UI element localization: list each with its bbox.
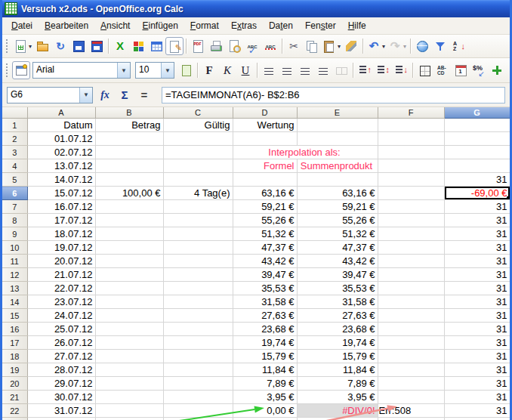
menu-daten[interactable]: Daten	[263, 18, 299, 33]
cell-D6[interactable]: 63,16 €	[233, 187, 297, 200]
column-header-C[interactable]: C	[163, 107, 233, 119]
row-header-1[interactable]: 1	[2, 119, 27, 132]
cell-B15[interactable]	[95, 309, 163, 323]
cell-B9[interactable]	[95, 227, 163, 241]
print-button[interactable]	[207, 37, 225, 55]
cell-A5[interactable]: 14.07.12	[27, 173, 95, 187]
cell-B22[interactable]	[95, 404, 163, 418]
menu-datei[interactable]: Datei	[5, 18, 39, 33]
cell-G4[interactable]	[444, 159, 510, 173]
cell-E16[interactable]: 23,68 €	[297, 323, 378, 336]
row-header-14[interactable]: 14	[2, 295, 27, 309]
cell-F4[interactable]	[378, 159, 444, 173]
menu-format[interactable]: Format	[184, 18, 225, 33]
cell-B23[interactable]	[95, 418, 163, 420]
cell-B8[interactable]	[95, 214, 163, 227]
cell-G8[interactable]: 31	[444, 214, 510, 227]
cell-B5[interactable]	[95, 173, 163, 187]
cell-F7[interactable]	[378, 200, 444, 214]
cell-D22[interactable]: 0,00 €	[233, 404, 297, 418]
cell-D7[interactable]: 59,21 €	[233, 200, 297, 214]
cell-A1[interactable]: Datum	[27, 119, 95, 132]
name-box[interactable]: G6 ▼	[7, 87, 93, 103]
cell-G16[interactable]: 31	[444, 323, 510, 336]
cell-B4[interactable]	[95, 159, 163, 173]
borders-button[interactable]	[415, 61, 433, 79]
cell-E1[interactable]	[297, 119, 378, 132]
cell-D4[interactable]: Formel	[233, 159, 297, 173]
cell-E4[interactable]: Summenprodukt	[297, 159, 378, 173]
cell-E17[interactable]: 19,74 €	[297, 336, 378, 350]
cell-D17[interactable]: 19,74 €	[233, 336, 297, 350]
cell-F13[interactable]	[378, 282, 444, 295]
spellcheck-button[interactable]	[243, 37, 261, 55]
cell-F22[interactable]: Err:508	[378, 404, 444, 418]
new-document-button[interactable]: ▾	[12, 37, 33, 55]
column-header-E[interactable]: E	[297, 107, 378, 119]
cell-E18[interactable]: 15,79 €	[297, 350, 378, 363]
bold-button[interactable]: F	[200, 61, 218, 79]
formula-input[interactable]	[162, 87, 505, 103]
cell-A6[interactable]: 15.07.12	[27, 187, 95, 200]
menu-ansicht[interactable]: Ansicht	[94, 18, 136, 33]
column-header-A[interactable]: A	[27, 107, 95, 119]
cell-E8[interactable]: 55,26 €	[297, 214, 378, 227]
row-header-2[interactable]: 2	[2, 132, 27, 146]
dropdown-arrow-icon[interactable]: ▾	[338, 43, 341, 50]
cell-F1[interactable]	[378, 119, 444, 132]
reload-button[interactable]	[51, 37, 69, 55]
cell-E13[interactable]: 35,53 €	[297, 282, 378, 295]
cell-C7[interactable]	[163, 200, 233, 214]
cell-F18[interactable]	[378, 350, 444, 363]
cell-F5[interactable]	[378, 173, 444, 187]
cell-G11[interactable]: 31	[444, 255, 510, 268]
cell-B14[interactable]	[95, 295, 163, 309]
select-all-corner[interactable]	[2, 107, 27, 119]
document-button[interactable]	[177, 61, 195, 79]
cell-B3[interactable]	[95, 146, 163, 159]
cell-C22[interactable]	[163, 404, 233, 418]
cell-G1[interactable]	[444, 119, 510, 132]
cell-F2[interactable]	[378, 132, 444, 146]
row-header-12[interactable]: 12	[2, 268, 27, 282]
cell-F20[interactable]	[378, 377, 444, 391]
cell-B20[interactable]	[95, 377, 163, 391]
hyperlink-button[interactable]	[413, 37, 431, 55]
cell-D1[interactable]: Wertung	[233, 119, 297, 132]
cell-A20[interactable]: 29.07.12	[27, 377, 95, 391]
cell-C6[interactable]: 4 Tag(e)	[163, 187, 233, 200]
cell-C5[interactable]	[163, 173, 233, 187]
cell-A12[interactable]: 21.07.12	[27, 268, 95, 282]
cell-G19[interactable]: 31	[444, 363, 510, 377]
row-header-11[interactable]: 11	[2, 255, 27, 268]
menu-extras[interactable]: Extras	[225, 18, 263, 33]
cell-C16[interactable]	[163, 323, 233, 336]
cell-E14[interactable]: 31,58 €	[297, 295, 378, 309]
cell-G7[interactable]: 31	[444, 200, 510, 214]
cell-C15[interactable]	[163, 309, 233, 323]
align-top-button[interactable]	[356, 61, 374, 79]
cell-B17[interactable]	[95, 336, 163, 350]
menu-fenster[interactable]: Fenster	[299, 18, 342, 33]
cell-F9[interactable]	[378, 227, 444, 241]
cell-D12[interactable]: 39,47 €	[233, 268, 297, 282]
cell-G12[interactable]: 31	[444, 268, 510, 282]
chevron-down-icon[interactable]: ▼	[117, 63, 130, 78]
row-header-4[interactable]: 4	[2, 159, 27, 173]
dropdown-arrow-icon[interactable]: ▾	[403, 43, 406, 50]
cell-G23[interactable]	[444, 418, 510, 420]
cell-B1[interactable]: Betrag	[95, 119, 163, 132]
row-header-8[interactable]: 8	[2, 214, 27, 227]
font-size-combo[interactable]: 10 ▼	[135, 62, 174, 79]
column-header-B[interactable]: B	[95, 107, 163, 119]
row-header-9[interactable]: 9	[2, 227, 27, 241]
cell-C13[interactable]	[163, 282, 233, 295]
cut-button[interactable]	[285, 37, 303, 55]
center-vertical-button[interactable]	[374, 61, 392, 79]
cell-B13[interactable]	[95, 282, 163, 295]
cell-G14[interactable]: 31	[444, 295, 510, 309]
dropdown-arrow-icon[interactable]: ▾	[29, 43, 32, 50]
export-pdf-button[interactable]	[189, 37, 207, 55]
cell-E19[interactable]: 11,84 €	[297, 363, 378, 377]
paste-button[interactable]: ▾	[321, 37, 342, 55]
